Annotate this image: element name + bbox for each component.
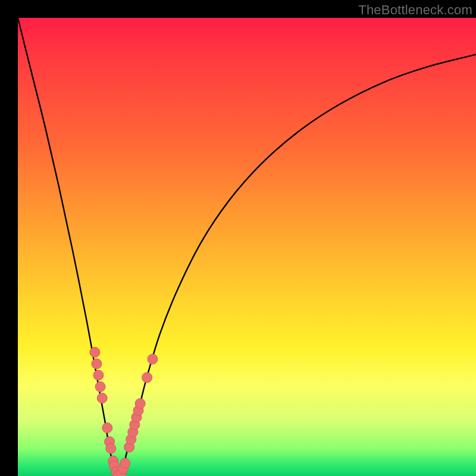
curve-marker <box>97 393 107 403</box>
curve-marker <box>120 458 130 468</box>
watermark-text: TheBottleneck.com <box>358 2 472 18</box>
curve-marker <box>93 370 104 380</box>
curve-marker <box>135 399 145 409</box>
curve-marker <box>95 381 105 392</box>
curve-marker <box>148 354 158 364</box>
chart-svg <box>18 18 476 476</box>
bottleneck-curve <box>18 18 476 476</box>
curve-marker <box>102 423 112 433</box>
chart-frame: TheBottleneck.com <box>0 0 476 476</box>
curve-marker <box>90 347 100 358</box>
curve-markers <box>90 347 158 476</box>
curve-marker <box>142 372 152 383</box>
plot-area <box>18 18 476 476</box>
curve-marker <box>92 359 102 369</box>
curve-marker <box>106 443 116 453</box>
